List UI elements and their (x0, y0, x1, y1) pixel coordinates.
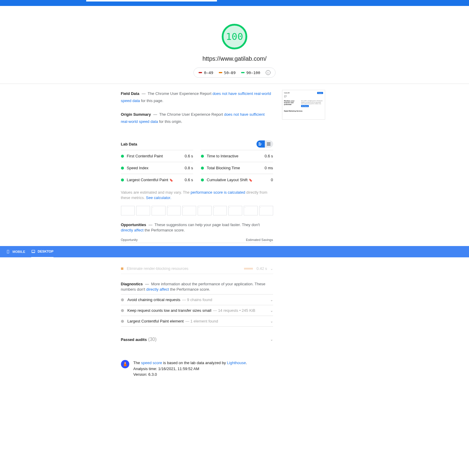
metric-value: 0.6 s (265, 154, 273, 158)
toggle-compact[interactable] (265, 140, 273, 148)
bookmark-icon: 🔖 (249, 178, 252, 182)
chevron-down-icon: ⌄ (270, 319, 273, 323)
metric-name: Total Blocking Time (207, 166, 265, 170)
svg-rect-3 (267, 143, 270, 143)
diag-status-dot (121, 309, 124, 312)
diag-detail: — 1 element found (185, 319, 270, 323)
chevron-down-icon: ⌄ (270, 298, 273, 302)
svg-rect-6 (7, 250, 9, 253)
metric-value: 0.6 s (185, 154, 193, 158)
metric-value: 0 ms (265, 166, 273, 170)
film-frame: ... (259, 206, 273, 215)
metric-name: Speed Index (127, 166, 185, 170)
passed-count: (30) (148, 337, 156, 342)
mobile-icon (6, 250, 10, 254)
score-section: 100 https://www.gatilab.com/ 0–49 50–89 … (0, 6, 469, 84)
top-bar (0, 0, 469, 6)
film-frame: ... (167, 206, 181, 215)
speed-score-link[interactable]: speed score (141, 361, 162, 365)
passed-audits-toggle[interactable]: Passed audits (30) ⌄ (121, 334, 273, 345)
metric-status-dot (201, 167, 204, 170)
metric-value: 0.6 s (185, 178, 193, 182)
svg-rect-9 (125, 363, 125, 364)
svg-rect-4 (267, 144, 270, 144)
chevron-down-icon: ⌄ (270, 309, 273, 313)
film-frame: ... (228, 206, 242, 215)
diag-detail: — 14 requests • 245 KiB (213, 308, 270, 313)
film-frame: ... (244, 206, 258, 215)
metric-row: Largest Contentful Paint🔖 0.6 s (121, 174, 193, 186)
metric-status-dot (121, 167, 124, 170)
metric-row: Time to Interactive 0.6 s (201, 150, 273, 162)
origin-summary-block: Origin Summary — The Chrome User Experie… (121, 111, 273, 125)
field-data-block: Field Data — The Chrome User Experience … (121, 90, 273, 104)
metric-status-dot (201, 178, 204, 181)
score-legend: 0–49 50–89 90–100 i (193, 68, 275, 78)
opportunity-item[interactable]: Eliminate render-blocking resources 0.42… (121, 263, 273, 274)
metric-row: Speed Index 0.8 s (121, 162, 193, 174)
footer-info: The speed score is based on the lab data… (121, 360, 273, 378)
legend-red-dash (199, 72, 202, 73)
svg-rect-2 (259, 145, 261, 145)
analysis-time: Analysis time: 1/16/2021, 11:59:52 AM (133, 366, 247, 372)
toggle-detailed[interactable] (256, 140, 265, 148)
diag-detail: — 9 chains found (182, 298, 270, 302)
lighthouse-logo (121, 360, 129, 368)
svg-rect-5 (267, 145, 270, 145)
field-data-label: Field Data (121, 91, 139, 96)
film-frame: ... (213, 206, 227, 215)
diag-name: Avoid chaining critical requests (128, 298, 180, 302)
opp-col-name: Opportunity (121, 238, 138, 242)
version: Version: 6.3.0 (133, 372, 247, 378)
diag-status-dot (121, 320, 124, 323)
info-icon[interactable]: i (266, 70, 270, 75)
opp-col-savings: Estimated Savings (246, 238, 273, 242)
desktop-icon (31, 249, 35, 253)
diagnostic-item[interactable]: Keep request counts low and transfer siz… (121, 305, 273, 316)
device-tabs: MOBILE DESKTOP (0, 246, 469, 257)
metric-name: Time to Interactive (207, 154, 265, 158)
film-frame: ... (152, 206, 166, 215)
opportunities-label: Opportunities (121, 223, 146, 227)
page-thumbnail[interactable]: GatiLABContact 💬 Realize your brand's fu… (282, 90, 325, 120)
metric-value: 0 (271, 178, 273, 182)
diag-name: Keep request counts low and transfer siz… (128, 308, 212, 313)
url-search-input[interactable] (86, 0, 217, 1)
metric-row: Cumulative Layout Shift🔖 0 (201, 174, 273, 186)
film-frame: ... (198, 206, 212, 215)
calculator-link[interactable]: See calculator. (146, 195, 171, 200)
film-frame (136, 206, 150, 215)
diagnostic-item[interactable]: Avoid chaining critical requests — 9 cha… (121, 294, 273, 305)
svg-rect-0 (259, 143, 260, 143)
lab-data-label: Lab Data (121, 142, 137, 146)
diagnostic-item[interactable]: Largest Contentful Paint element — 1 ele… (121, 316, 273, 327)
diag-status-dot (121, 298, 124, 301)
origin-summary-label: Origin Summary (121, 112, 151, 117)
legend-green-dash (241, 72, 245, 73)
film-frame (121, 206, 135, 215)
chevron-down-icon: ⌄ (270, 267, 273, 271)
score-gauge: 100 (222, 24, 247, 49)
metric-row: Total Blocking Time 0 ms (201, 162, 273, 174)
svg-rect-7 (32, 250, 35, 252)
metric-row: First Contentful Paint 0.6 s (121, 150, 193, 162)
metric-name: Cumulative Layout Shift🔖 (207, 178, 271, 182)
opp-status-dot (121, 267, 123, 270)
opportunities-affect-link[interactable]: directly affect (121, 228, 144, 232)
filmstrip: ... ... ... ... ... ... ... ... (121, 206, 273, 215)
score-value: 100 (226, 31, 243, 42)
metric-name: First Contentful Paint (127, 154, 185, 158)
bookmark-icon: 🔖 (169, 178, 173, 182)
tab-mobile[interactable]: MOBILE (6, 246, 25, 257)
diag-name: Largest Contentful Paint element (128, 319, 184, 323)
lighthouse-link[interactable]: Lighthouse (227, 361, 246, 365)
view-toggle (256, 140, 273, 148)
tab-desktop[interactable]: DESKTOP (31, 246, 53, 258)
diagnostics-label: Diagnostics (121, 282, 143, 286)
metric-status-dot (121, 155, 124, 158)
opp-name: Eliminate render-blocking resources (127, 266, 244, 271)
calc-link[interactable]: performance score is calculated (191, 190, 245, 195)
opp-bar (244, 268, 253, 270)
diagnostics-affect-link[interactable]: directly affect (146, 287, 169, 292)
svg-rect-1 (259, 144, 262, 144)
